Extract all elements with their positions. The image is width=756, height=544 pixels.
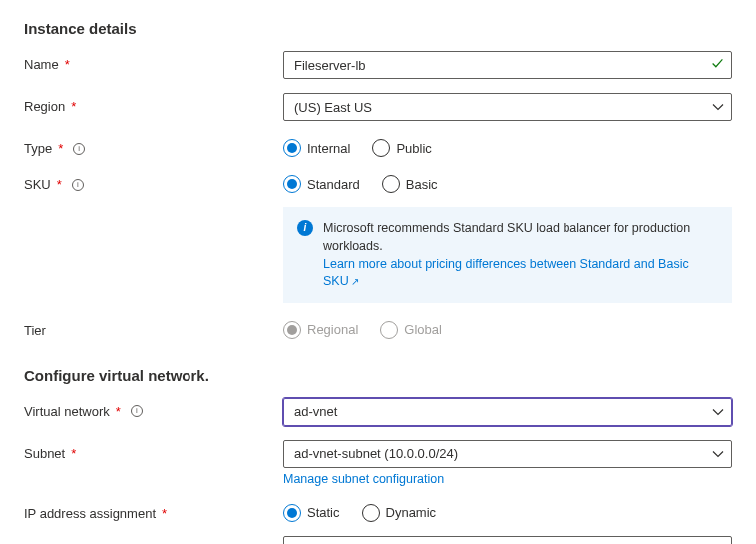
label-name: Name* — [24, 51, 283, 72]
manage-subnet-link[interactable]: Manage subnet configuration — [283, 472, 444, 486]
info-text: Microsoft recommends Standard SKU load b… — [323, 221, 690, 253]
label-subnet: Subnet* — [24, 440, 283, 461]
label-ip-assignment: IP address assignment* — [24, 500, 283, 521]
private-ip-input[interactable] — [283, 536, 732, 545]
radio-tier-global: Global — [380, 321, 442, 339]
info-icon[interactable]: i — [72, 179, 84, 191]
sku-pricing-link[interactable]: Learn more about pricing differences bet… — [323, 257, 689, 288]
info-icon[interactable]: i — [73, 143, 85, 155]
region-select[interactable] — [283, 93, 732, 121]
virtual-network-select[interactable] — [283, 398, 732, 426]
external-link-icon: ↗ — [351, 276, 359, 287]
section-instance-details: Instance details — [24, 20, 732, 37]
label-type: Type* i — [24, 135, 283, 156]
label-tier: Tier — [24, 317, 283, 338]
label-virtual-network: Virtual network* i — [24, 398, 283, 419]
radio-tier-regional: Regional — [283, 321, 358, 339]
radio-ip-dynamic[interactable]: Dynamic — [362, 504, 437, 522]
info-icon: i — [297, 220, 313, 236]
subnet-select[interactable] — [283, 440, 732, 468]
radio-sku-basic[interactable]: Basic — [382, 175, 438, 193]
radio-ip-static[interactable]: Static — [283, 504, 340, 522]
sku-info-box: i Microsoft recommends Standard SKU load… — [283, 207, 732, 303]
section-configure-vnet: Configure virtual network. — [24, 367, 732, 384]
radio-sku-standard[interactable]: Standard — [283, 175, 360, 193]
radio-type-public[interactable]: Public — [372, 139, 431, 157]
label-private-ip: Private IP address* — [24, 536, 283, 545]
label-sku: SKU* i — [24, 171, 283, 192]
label-region: Region* — [24, 93, 283, 114]
radio-type-internal[interactable]: Internal — [283, 139, 350, 157]
name-input[interactable] — [283, 51, 732, 79]
info-icon[interactable]: i — [131, 405, 143, 417]
